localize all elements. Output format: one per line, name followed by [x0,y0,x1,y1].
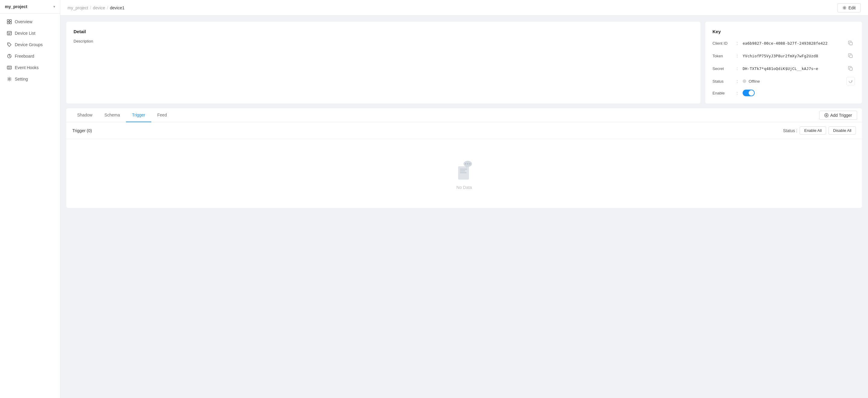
svg-rect-19 [849,67,852,70]
svg-point-16 [844,7,845,8]
tabs-list: Shadow Schema Trigger Feed [71,108,173,122]
key-card: Key Client ID : ea6b9827-00ce-4088-b27f-… [705,22,862,104]
enable-field-label: Enable [712,91,737,95]
status-colon: : [737,79,743,84]
sidebar-item-device-groups[interactable]: Device Groups [0,39,60,50]
trigger-count: Trigger (0) [72,128,92,133]
copy-client-id-icon[interactable] [846,39,855,47]
sidebar-item-label: Event Hooks [15,65,38,70]
client-id-colon: : [737,41,743,46]
refresh-icon[interactable] [846,77,855,85]
breadcrumb-section: device [93,5,105,10]
breadcrumb-sep-1: / [90,5,91,10]
svg-point-15 [9,79,10,80]
breadcrumb-current: device1 [110,5,124,10]
device-list-icon [7,31,12,36]
cards-row: Detail Description Key Client ID : ea6b9… [66,22,862,104]
project-arrow: ▾ [53,4,55,9]
sidebar-item-event-hooks[interactable]: Event Hooks [0,62,60,73]
add-trigger-button[interactable]: Add Trigger [819,111,857,120]
add-trigger-label: Add Trigger [830,113,852,118]
breadcrumb-project: my_project [67,5,88,10]
sidebar-item-device-list[interactable]: Device List [0,27,60,39]
status-row: Status : Offline [712,77,855,85]
svg-rect-3 [10,22,11,24]
key-title: Key [712,29,855,34]
tabs-section: Shadow Schema Trigger Feed [66,108,862,208]
no-data-icon [452,157,476,181]
svg-point-8 [8,44,9,45]
edit-button[interactable]: Edit [837,3,861,12]
copy-token-icon[interactable] [846,52,855,60]
svg-rect-25 [460,170,465,171]
project-name: my_project [5,4,27,9]
edit-gear-icon [842,6,846,10]
secret-value: DH-TXTk7*q481oQdiK$UjCL__kAJ7s~e [743,66,846,71]
secret-row: Secret : DH-TXTk7*q481oQdiK$UjCL__kAJ7s~… [712,64,855,73]
enable-all-button[interactable]: Enable All [800,126,826,135]
enable-colon: : [737,90,743,95]
svg-point-28 [465,163,466,165]
edit-button-label: Edit [848,5,856,10]
svg-rect-2 [7,22,9,24]
breadcrumb: my_project / device / device1 [67,5,124,10]
trigger-content: Trigger (0) Status : Enable All Disable … [66,122,862,208]
project-selector[interactable]: my_project ▾ [0,0,60,13]
no-data-text: No Data [456,185,472,190]
token-row: Token : YVchiofP75VyJ3P8ur2fmXy7wFg2Uzd8 [712,52,855,60]
client-id-label: Client ID [712,41,737,46]
grid-icon [7,19,12,24]
trigger-actions: Status : Enable All Disable All [783,126,856,135]
event-hooks-icon [7,65,12,70]
svg-rect-1 [10,20,11,22]
tab-feed[interactable]: Feed [151,108,173,122]
detail-title: Detail [73,29,693,34]
tab-schema[interactable]: Schema [98,108,126,122]
client-id-row: Client ID : ea6b9827-00ce-4088-b27f-2493… [712,39,855,47]
tag-icon [7,42,12,47]
client-id-value: ea6b9827-00ce-4088-b27f-2493828fe422 [743,41,846,46]
freeboard-icon [7,54,12,59]
detail-card: Detail Description [66,22,701,104]
tabs-header: Shadow Schema Trigger Feed [66,108,862,122]
status-field-label: Status [712,79,737,84]
svg-rect-24 [460,169,467,170]
secret-label: Secret [712,66,737,71]
sidebar-item-overview[interactable]: Overview [0,16,60,27]
tab-trigger[interactable]: Trigger [126,108,151,122]
breadcrumb-sep-2: / [107,5,108,10]
disable-all-button[interactable]: Disable All [829,126,856,135]
svg-rect-18 [849,55,852,58]
status-dot [743,79,746,83]
gear-icon [7,77,12,82]
svg-point-30 [469,163,470,165]
trigger-status-label: Status : [783,128,797,133]
sidebar-item-label: Device List [15,31,35,36]
enable-toggle[interactable] [743,90,755,96]
sidebar-nav: Overview Device List Device [0,13,60,87]
status-text: Offline [749,79,760,84]
sidebar-item-label: Overview [15,19,32,24]
sidebar-item-setting[interactable]: Setting [0,73,60,85]
no-data-container: No Data [66,139,862,208]
description-label: Description [73,39,693,44]
svg-rect-17 [849,42,852,45]
svg-rect-26 [460,172,467,173]
status-indicator: Offline [743,79,846,84]
copy-secret-icon[interactable] [846,64,855,73]
sidebar-item-label: Setting [15,77,28,82]
sidebar: my_project ▾ Overview [0,0,60,398]
token-label: Token [712,54,737,58]
tab-shadow[interactable]: Shadow [71,108,98,122]
trigger-toolbar: Trigger (0) Status : Enable All Disable … [66,122,862,139]
toggle-slider [743,90,755,96]
svg-rect-4 [7,31,11,35]
sidebar-item-label: Device Groups [15,42,43,47]
sidebar-item-label: Freeboard [15,54,34,59]
token-value: YVchiofP75VyJ3P8ur2fmXy7wFg2Uzd8 [743,54,846,58]
topbar: my_project / device / device1 Edit [60,0,868,16]
svg-point-29 [467,163,468,165]
sidebar-item-freeboard[interactable]: Freeboard [0,50,60,62]
svg-rect-0 [7,20,9,22]
plus-circle-icon [824,113,829,117]
